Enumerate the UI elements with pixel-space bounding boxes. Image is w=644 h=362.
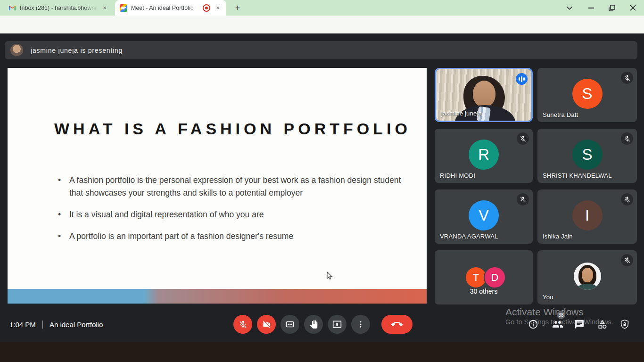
present-screen-icon <box>332 320 342 329</box>
mic-muted-icon <box>517 132 529 145</box>
tab-title: Inbox (281) - harshita.bhown@iis <box>20 5 97 11</box>
meet-stage: jasmine juneja is presenting WHAT IS A F… <box>0 33 644 342</box>
meeting-time: 1:04 PM <box>9 321 36 329</box>
slide-bullet: A portfolio is an important part of a fa… <box>54 230 403 243</box>
presenter-avatar <box>10 44 23 57</box>
meet-icon <box>120 4 127 12</box>
participant-name: VRANDA AGARWAL <box>440 233 498 240</box>
window-restore-button[interactable] <box>603 0 621 16</box>
present-screen-button[interactable] <box>328 315 347 334</box>
slide-bullet: It is a visual and digital representatio… <box>54 208 403 221</box>
end-call-button[interactable] <box>381 315 413 334</box>
mic-toggle-button[interactable] <box>233 315 252 334</box>
remote-cursor-icon <box>327 272 333 280</box>
participant-name: SHRISTI KHANDELWAL <box>543 172 612 179</box>
participant-avatar: S <box>572 140 603 170</box>
tab-meet-active[interactable]: Meet - An ideal Portfolio × <box>115 0 226 16</box>
desktop-screen: Inbox (281) - harshita.bhown@iis × Meet … <box>0 0 644 362</box>
camera-toggle-button[interactable] <box>257 315 276 334</box>
new-tab-button[interactable]: + <box>232 2 243 14</box>
meeting-info: 1:04 PM An ideal Portfolio <box>9 321 103 329</box>
participant-avatar: V <box>469 200 499 230</box>
participant-tile-shristi-khandelwal[interactable]: SSHRISTI KHANDELWAL <box>537 129 637 183</box>
group-avatar: D <box>484 266 506 288</box>
participant-tile-ishika-jain[interactable]: IIshika Jain <box>537 189 637 244</box>
participant-avatar: R <box>469 140 499 170</box>
participant-avatar: I <box>572 200 603 230</box>
tab-gmail[interactable]: Inbox (281) - harshita.bhown@iis × <box>4 0 113 16</box>
slide-bullet: A fashion portfolio is the personal expr… <box>54 174 403 199</box>
participant-name: 30 others <box>435 288 533 295</box>
mic-muted-icon <box>517 193 529 206</box>
camera-off-icon <box>262 320 271 329</box>
meeting-details-button[interactable] <box>528 319 539 330</box>
slide-title: WHAT IS A FASHION PORTFOLIO <box>54 120 411 138</box>
recording-indicator-icon <box>203 4 210 12</box>
participant-tile-vranda-agarwal[interactable]: VVRANDA AGARWAL <box>435 189 533 244</box>
activities-button[interactable] <box>596 319 608 330</box>
participant-tile-30-others[interactable]: TD30 others <box>435 250 533 304</box>
divider <box>42 321 43 329</box>
tab-close-button[interactable]: × <box>214 4 222 12</box>
participant-tile-jasmine-juneja[interactable]: jasmine juneja <box>435 68 533 122</box>
group-avatar: T <box>466 267 486 288</box>
participant-name: Ishika Jain <box>543 233 573 240</box>
tab-close-button[interactable]: × <box>101 4 108 12</box>
participant-name: jasmine juneja <box>441 110 482 117</box>
participant-name: Sunetra Datt <box>543 111 578 118</box>
more-options-button[interactable] <box>351 315 370 334</box>
mic-off-icon <box>239 320 248 329</box>
participant-avatar: S <box>572 79 603 109</box>
host-controls-button[interactable] <box>619 319 630 330</box>
self-avatar <box>574 263 601 290</box>
captions-button[interactable] <box>281 315 299 334</box>
activities-icon <box>597 319 608 330</box>
chat-icon <box>574 319 585 329</box>
participant-name: You <box>543 294 553 301</box>
shield-lock-icon <box>619 319 630 329</box>
presenting-text: jasmine juneja is presenting <box>31 47 123 54</box>
participant-tile-sunetra-datt[interactable]: SSunetra Datt <box>537 68 637 122</box>
chat-panel-button[interactable] <box>574 319 585 330</box>
participant-tile-ridhi-modi[interactable]: RRIDHI MODI <box>435 129 533 183</box>
browser-tab-strip: Inbox (281) - harshita.bhown@iis × Meet … <box>0 0 644 16</box>
participant-name: RIDHI MODI <box>440 172 475 179</box>
mic-muted-icon <box>621 72 633 84</box>
mic-muted-icon <box>621 254 633 266</box>
tab-title: Meet - An ideal Portfolio <box>131 5 199 11</box>
window-minimize-button[interactable] <box>582 0 601 16</box>
shared-presentation[interactable]: WHAT IS A FASHION PORTFOLIO A fashion po… <box>8 68 427 304</box>
window-close-button[interactable] <box>623 0 642 16</box>
mic-muted-icon <box>621 193 633 206</box>
captions-icon <box>285 320 295 329</box>
gmail-icon <box>8 4 16 12</box>
info-icon <box>528 319 538 329</box>
end-call-icon <box>391 319 403 330</box>
window-chevron-button[interactable] <box>560 0 579 16</box>
presenting-banner: jasmine juneja is presenting <box>5 41 637 59</box>
raise-hand-icon <box>309 320 318 329</box>
people-icon <box>552 319 563 330</box>
audio-activity-icon <box>516 73 528 85</box>
participant-count-badge: 38 <box>557 311 565 319</box>
browser-toolbar: meet.google.com/pek-cnhh-oxp <box>0 16 644 33</box>
people-panel-button[interactable] <box>552 319 563 330</box>
activate-windows-watermark: Activate Windows <box>505 306 584 318</box>
mic-muted-icon <box>621 132 633 145</box>
participant-tile-you[interactable]: You <box>537 250 637 304</box>
windows-taskbar: T✓ 25°C Sunny 1:04 PM 2/18/2022 <box>0 342 644 362</box>
raise-hand-button[interactable] <box>304 315 323 334</box>
slide-bullet-list: A fashion portfolio is the personal expr… <box>54 174 403 252</box>
slide-decoration-strip <box>8 289 427 304</box>
meeting-name: An ideal Portfolio <box>50 321 103 329</box>
more-options-icon <box>356 320 365 329</box>
